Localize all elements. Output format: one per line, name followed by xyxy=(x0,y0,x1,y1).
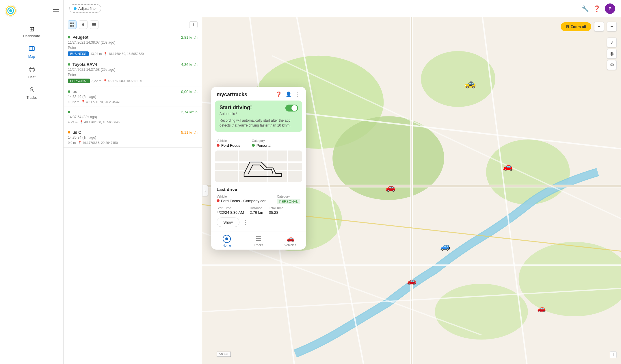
more-icon[interactable]: ⋮ xyxy=(295,91,300,98)
vehicle-speed: 0,00 km/h xyxy=(181,90,198,94)
car-marker-green[interactable]: 🚗 xyxy=(386,183,396,192)
svg-point-24 xyxy=(486,140,570,205)
sidebar-item-dashboard[interactable]: ⊞ Dashboard xyxy=(3,23,60,41)
expand-button[interactable]: ⤢ xyxy=(607,38,617,47)
more-options-button[interactable]: ⋮ xyxy=(242,219,248,226)
car-marker-yellow[interactable]: 🚕 xyxy=(464,78,476,89)
sidebar-item-label: Map xyxy=(28,55,35,59)
vehicle-name: us xyxy=(72,89,77,94)
distance-col: Distance 2.76 km xyxy=(250,206,263,215)
distance-value: 0,0 m xyxy=(68,141,76,144)
auto-toggle[interactable] xyxy=(285,105,298,112)
svg-rect-14 xyxy=(72,25,74,27)
sidebar-menu-icon[interactable] xyxy=(53,9,59,13)
toggle-circle xyxy=(291,105,297,111)
mobile-app-title: mycartracks xyxy=(217,92,247,98)
svg-point-26 xyxy=(435,284,528,339)
status-dot xyxy=(68,131,70,133)
svg-rect-16 xyxy=(92,23,96,24)
vehicle-speed: 5,11 km/h xyxy=(181,130,198,135)
green-dot-icon xyxy=(252,144,255,147)
layers-button[interactable] xyxy=(607,49,617,59)
sidebar: ⊞ Dashboard Map Fleet Tracks xyxy=(0,0,64,364)
help-icon[interactable]: ❓ xyxy=(593,5,600,12)
vehicle-timestamp: 11/24/2021 14:37:58 (29s ago) xyxy=(68,68,198,72)
map-area[interactable]: 🚕 🚗 🚗 🚙 🚗 🚗 ⊡ Zoom all + − ⤢ xyxy=(202,17,621,364)
view-dot-button[interactable] xyxy=(79,20,88,29)
vehicle-info-section: Vehicle Ford Focus Category Personal xyxy=(211,136,306,151)
car-marker-green-2[interactable]: 🚗 xyxy=(537,304,546,313)
svg-rect-41 xyxy=(215,151,302,182)
tag-coords: 📍 48.1762830, 18.5653640 xyxy=(79,120,120,124)
zoom-in-button[interactable]: + xyxy=(594,22,604,31)
vehicle-item-5[interactable]: us C 5,11 km/h 14:36:34 (1m ago) 0,0 m 📍… xyxy=(64,127,202,148)
tag-distance: 18,22 m xyxy=(68,100,79,104)
car-marker-red-1[interactable]: 🚗 xyxy=(503,162,513,171)
vehicle-item-peugeot[interactable]: Peugeot 2,81 km/h 11/24/2021 14:38:07 (2… xyxy=(64,32,202,59)
map-preview xyxy=(215,151,302,182)
coords-icon: 📍 xyxy=(81,100,85,104)
mobile-nav-tracks-label: Tracks xyxy=(254,243,263,247)
coords-icon: 📍 xyxy=(78,141,82,144)
coords-icon: 📍 xyxy=(79,120,83,124)
sidebar-item-label: Dashboard xyxy=(23,34,40,38)
mobile-bottom-nav: Home ☰ Tracks 🚗 Vehicles xyxy=(211,231,306,250)
vehicle-tags: 4,29 m 📍 48.1762830, 18.5653640 xyxy=(68,120,198,124)
map-preview-svg xyxy=(215,151,302,182)
sidebar-item-tracks[interactable]: Tracks xyxy=(3,83,60,103)
settings-button[interactable]: ⚙ xyxy=(607,60,617,70)
svg-rect-12 xyxy=(72,23,74,24)
vehicle-panel: 1 Peugeot 2,81 km/h 11/24/2021 14:38:07 … xyxy=(64,17,202,364)
view-list-button[interactable] xyxy=(90,20,98,29)
dashboard-icon: ⊞ xyxy=(29,25,34,33)
mobile-nav-home[interactable]: Home xyxy=(211,234,243,248)
last-drive-vehicle-name: Ford Focus - Company car xyxy=(221,199,266,203)
map-info-button[interactable]: i xyxy=(610,351,617,358)
mobile-app-overlay: mycartracks ❓ 👤 ⋮ Start driving! xyxy=(211,87,306,250)
zoom-out-button[interactable]: − xyxy=(607,22,617,31)
distance-label: Distance xyxy=(250,206,263,210)
svg-rect-17 xyxy=(92,24,96,25)
svg-rect-18 xyxy=(92,25,96,26)
vehicle-item-toyota[interactable]: Toyota RAV4 4,36 km/h 11/24/2021 14:37:5… xyxy=(64,59,202,86)
tag-distance: 0,0 m xyxy=(68,141,76,144)
view-grid-button[interactable] xyxy=(68,20,77,29)
total-time-label: Total Time xyxy=(269,206,283,210)
sidebar-item-fleet[interactable]: Fleet xyxy=(3,63,60,82)
svg-point-9 xyxy=(33,70,34,72)
collapse-panel-button[interactable]: ‹ xyxy=(202,185,208,196)
adjust-filter-button[interactable]: Adjust filter xyxy=(69,4,101,13)
user-avatar[interactable]: P xyxy=(605,3,615,14)
status-dot xyxy=(68,63,70,66)
mobile-nav-home-label: Home xyxy=(222,244,231,247)
map-scale: 500 m xyxy=(217,352,231,357)
last-drive-title: Last drive xyxy=(217,187,300,192)
last-drive-vehicle-label: Vehicle xyxy=(217,195,266,198)
car-marker-red-2[interactable]: 🚗 xyxy=(407,276,416,285)
vehicle-item-4[interactable]: 2,74 km/h 14:37:54 (33s ago) 4,29 m 📍 48… xyxy=(64,107,202,127)
help-icon[interactable]: ❓ xyxy=(276,91,282,98)
filter-label: Adjust filter xyxy=(78,6,97,11)
home-dot-icon xyxy=(225,237,228,240)
show-button[interactable]: Show xyxy=(217,218,239,227)
mobile-nav-vehicles[interactable]: 🚗 Vehicles xyxy=(274,234,306,248)
zoom-all-button[interactable]: ⊡ Zoom all xyxy=(561,22,591,31)
sidebar-item-label: Fleet xyxy=(28,75,36,79)
mobile-nav-vehicles-label: Vehicles xyxy=(285,243,296,247)
vehicle-speed: 2,81 km/h xyxy=(181,35,198,40)
car-marker-gray[interactable]: 🚙 xyxy=(440,242,450,251)
mobile-nav-tracks[interactable]: ☰ Tracks xyxy=(243,234,274,248)
tag-business: BUSINESS xyxy=(68,51,89,56)
vehicle-header: Toyota RAV4 4,36 km/h xyxy=(68,62,198,67)
top-bar-right: 🔧 ❓ P xyxy=(582,3,615,14)
vehicle-red-dot xyxy=(217,199,220,202)
sidebar-nav: ⊞ Dashboard Map Fleet Tracks xyxy=(0,23,63,103)
coords-icon: 📍 xyxy=(103,52,107,56)
tag-coords: 📍 49.1771670, 20.2945470 xyxy=(81,100,121,104)
sidebar-item-map[interactable]: Map xyxy=(3,42,60,62)
vehicle-item-3[interactable]: us 0,00 km/h 14:35:49 (2m ago) 18,22 m 📍… xyxy=(64,86,202,107)
wrench-icon[interactable]: 🔧 xyxy=(582,5,589,12)
distance-value: 13,94 m xyxy=(90,52,102,55)
profile-icon[interactable]: 👤 xyxy=(285,91,292,98)
tag-personal: PERSONAL xyxy=(68,79,90,83)
